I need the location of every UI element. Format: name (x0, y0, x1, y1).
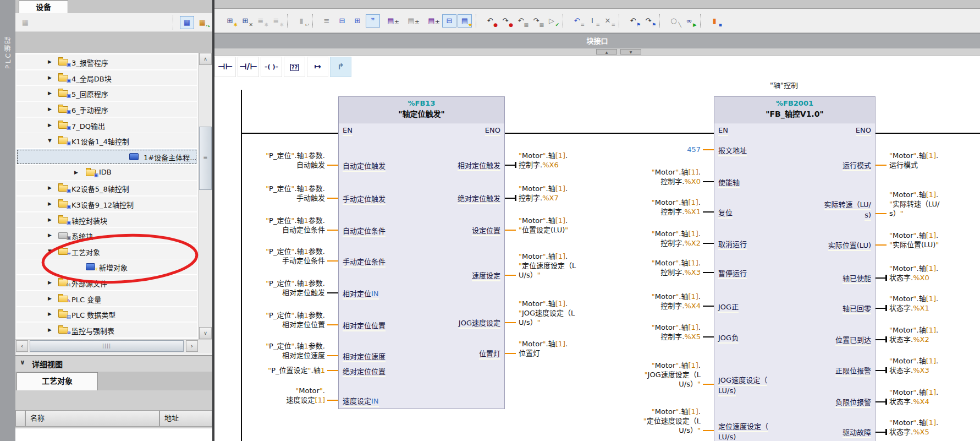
operand-label[interactable]: "Motor".轴[1].状态字.%X4 (889, 388, 938, 406)
no-contact-tool[interactable]: ⊣⊢ (214, 57, 236, 77)
compare-snapshot-icon[interactable]: ↶▦ (514, 14, 528, 28)
operand-label[interactable]: "Motor".轴[1].位置灯 (519, 339, 568, 358)
empty-box-tool[interactable]: ?? (284, 57, 305, 77)
pin-output[interactable]: 设定位置 (472, 226, 500, 236)
interface-splitter[interactable]: ▲ ▼ (214, 48, 980, 56)
pin-input[interactable]: 取消运行 (718, 239, 747, 250)
operand-label[interactable]: "Motor".轴[1].状态字.%X2 (889, 325, 938, 344)
tree-item[interactable]: ▼▣K1设备1_4轴控制 (16, 133, 197, 149)
pin-output[interactable]: 轴已回零 (843, 304, 871, 314)
pin-output[interactable]: 位置灯 (479, 349, 500, 360)
ladder-canvas[interactable]: ⊣⊢⊣/⊢–( )–??↦↱ "轴"控制%FB13"轴定位触发"ENENO自动定… (214, 56, 980, 441)
chevron-collapsed-icon[interactable]: ▶ (48, 311, 52, 317)
operand-label[interactable]: "Motor".轴[1].控制字.%X3 (581, 258, 701, 277)
operand-comments-dropdown-icon[interactable]: ▤± (401, 14, 421, 28)
nc-contact-tool[interactable]: ⊣/⊢ (238, 57, 259, 77)
insert-network-icon[interactable]: ⊞✱ (223, 14, 237, 28)
eno-pin[interactable]: ENO (485, 126, 500, 136)
previous-bookmark-icon[interactable]: ↶⚑ (626, 14, 640, 28)
operand-label[interactable]: "P_定位".轴1参数.手动定位条件 (214, 247, 325, 265)
tag-table-dropdown-icon[interactable]: ▤± (422, 14, 441, 28)
pin-input[interactable]: 定位速度设定（LU/s) (718, 422, 768, 441)
tree-item[interactable]: ▼✳工艺对象 (16, 244, 197, 259)
favorites-display-icon[interactable]: ▤★ (458, 14, 472, 28)
horizontal-scroll-thumb[interactable]: |||| (30, 340, 184, 352)
pin-output[interactable]: 绝对定位触发 (458, 194, 500, 204)
tree-item[interactable]: ▶▣系统块 (16, 228, 197, 243)
pin-output[interactable]: 轴已使能 (843, 274, 871, 284)
operand-label[interactable]: "Motor".轴[1]."JOG速度设定（LU/s）" (581, 361, 701, 389)
close-branch-tool[interactable]: ↱ (330, 57, 351, 77)
operand-label[interactable]: "Motor".轴[1]."定位速度设定（LU/s）" (581, 407, 701, 435)
operand-label[interactable]: "P_定位".轴1参数.自动定位条件 (214, 216, 325, 235)
pin-input[interactable]: 使能轴 (718, 178, 740, 188)
scroll-up-icon[interactable]: ∧ (199, 53, 212, 65)
chevron-collapsed-icon[interactable]: ▶ (48, 75, 52, 80)
insert-row-after-icon[interactable]: ≣✱ (269, 14, 283, 28)
tree-item[interactable]: ▶∞监控与强制表 (16, 323, 197, 338)
close-all-networks-icon[interactable]: ⊟ (335, 14, 349, 28)
pin-input[interactable]: JOG正 (718, 302, 739, 313)
chevron-collapsed-icon[interactable]: ▶ (48, 90, 52, 96)
previous-error-icon[interactable]: ↶● (483, 14, 497, 28)
pin-input[interactable]: 相对定位位置 (343, 321, 386, 331)
operand-label[interactable]: "Motor".轴[1]."实际转速（LU/s）" (889, 190, 939, 218)
operand-label[interactable]: "Motor".轴[1]."位置设定(LU)" (519, 216, 568, 235)
chevron-collapsed-icon[interactable]: ▶ (48, 185, 52, 190)
pin-output[interactable]: 实际转速（LU/s) (824, 200, 872, 221)
open-all-networks-icon[interactable]: ⊞ (350, 14, 365, 28)
know-how-protection-icon[interactable]: ▮▪ (707, 14, 722, 28)
eno-pin[interactable]: ENO (856, 126, 871, 136)
detail-view-header[interactable]: ∨ 详细视图 (15, 355, 212, 372)
collapse-chevron-icon[interactable]: ∨ (20, 358, 25, 366)
tree-item[interactable]: ✳新增对象 (16, 259, 197, 275)
tree-item[interactable]: ▶01外部源文件 (16, 275, 197, 291)
network-comments-icon[interactable]: ❞ (366, 14, 380, 28)
pin-output[interactable]: 负限位报警 (835, 398, 871, 408)
tree-item[interactable]: ▶▣K3设备9_12轴控制 (16, 197, 197, 212)
scroll-right-icon[interactable]: › (186, 340, 198, 352)
pin-input[interactable]: JOG速度设定（LU/s) (718, 375, 767, 396)
chevron-collapsed-icon[interactable]: ▶ (48, 217, 52, 222)
pin-input[interactable]: 复位 (718, 208, 733, 219)
insert-row-icon[interactable]: ≣✱ (254, 14, 268, 28)
tree-item[interactable]: ▶▣轴控封装块 (16, 213, 197, 228)
pin-output[interactable]: JOG速度设定 (459, 318, 500, 329)
operand-label[interactable]: "Motor".轴[1].控制字.%X7 (519, 184, 568, 203)
pin-input[interactable]: 绝对定位位置 (343, 367, 386, 377)
delete-network-icon[interactable]: ⊞✕ (238, 14, 252, 28)
pin-input[interactable]: 手动定位条件 (343, 257, 386, 268)
export-module-data-icon[interactable]: ▦↷ (195, 16, 210, 29)
find-replace-icon[interactable]: ○╲ (667, 14, 681, 28)
tree-item[interactable]: 1#设备主体程... (16, 149, 197, 165)
tree-item[interactable]: ▶▣3_报警程序 (16, 55, 197, 70)
pin-input[interactable]: JOG负 (718, 333, 739, 344)
operand-label[interactable]: "Motor".轴[1].控制字.%X1 (581, 198, 701, 216)
operand-label[interactable]: "P_定位".轴1参数.相对定位位置 (214, 311, 325, 329)
operand-label[interactable]: "P_定位".轴1参数.自动触发 (214, 151, 325, 170)
tree-item[interactable]: ▶▣5_回原程序 (16, 86, 197, 101)
pin-input[interactable]: 手动定位触发 (343, 194, 386, 205)
pin-input[interactable]: 报文地址 (718, 146, 747, 156)
pin-output[interactable]: 位置已到达 (835, 335, 871, 346)
block-interface-bar[interactable]: 块接口 (214, 33, 980, 48)
interface-expand-icon[interactable]: ▲ (596, 49, 617, 55)
pin-input[interactable]: 相对定位IN (343, 289, 379, 300)
plc-programming-side-tab[interactable]: PLC编程 (0, 0, 16, 441)
keep-actual-values-icon[interactable]: ▮↩ (294, 14, 309, 28)
pin-output[interactable]: 驱动故障 (843, 428, 871, 438)
operand-label[interactable]: "Motor".轴[1].状态字.%X0 (889, 264, 938, 282)
vertical-scroll-thumb[interactable]: ≡ (199, 127, 212, 190)
pin-input[interactable]: 自动定位条件 (343, 226, 386, 237)
interface-collapse-icon[interactable]: ▼ (620, 49, 641, 55)
column-header-address[interactable]: 地址 (159, 410, 212, 427)
tree-item[interactable]: ▶✎PLC 变量 (16, 291, 197, 307)
chevron-collapsed-icon[interactable]: ▶ (48, 201, 52, 206)
chevron-collapsed-icon[interactable]: ▶ (74, 170, 78, 175)
remove-structure-icon[interactable]: ✕≡ (601, 14, 615, 28)
chevron-collapsed-icon[interactable]: ▶ (48, 59, 52, 64)
operand-label[interactable]: "Motor".速度设定[1] (214, 386, 325, 405)
operand-label[interactable]: "Motor".轴[1]."定位速度设定（LU/s）" (519, 252, 576, 280)
operand-label[interactable]: "Motor".轴[1].控制字.%X4 (581, 292, 701, 311)
pin-output[interactable]: 实际位置(LU) (828, 241, 871, 251)
